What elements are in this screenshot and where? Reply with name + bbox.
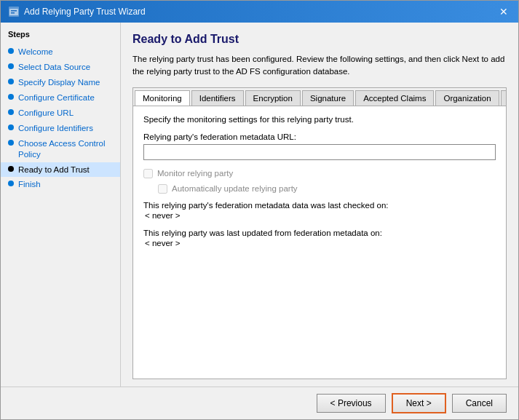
step-dot-configure-url bbox=[8, 109, 14, 115]
step-dot-select-data-source bbox=[8, 63, 14, 69]
auto-update-checkbox-label: Automatically update relying party bbox=[172, 184, 298, 193]
tab-identifiers[interactable]: Identifiers bbox=[191, 90, 244, 106]
sidebar-item-configure-identifiers[interactable]: Configure Identifiers bbox=[1, 121, 120, 136]
sidebar: Steps Welcome Select Data Source Specify… bbox=[1, 23, 121, 387]
step-dot-configure-certificate bbox=[8, 94, 14, 100]
svg-rect-1 bbox=[9, 9, 18, 15]
wizard-window: Add Relying Party Trust Wizard ✕ Steps W… bbox=[0, 0, 519, 420]
last-updated-section: This relying party was last updated from… bbox=[143, 229, 496, 247]
main-content: Steps Welcome Select Data Source Specify… bbox=[1, 23, 518, 387]
step-dot-finish bbox=[8, 181, 14, 186]
sidebar-title: Steps bbox=[1, 30, 120, 44]
tab-content-monitoring: Specify the monitoring settings for this… bbox=[133, 106, 506, 379]
sidebar-label-specify-display-name: Specify Display Name bbox=[18, 77, 100, 88]
auto-update-checkbox-row: Automatically update relying party bbox=[158, 184, 496, 194]
page-title: Ready to Add Trust bbox=[132, 33, 507, 46]
sidebar-item-configure-certificate[interactable]: Configure Certificate bbox=[1, 90, 120, 106]
step-dot-choose-access-control bbox=[8, 140, 14, 146]
federation-metadata-url-input[interactable] bbox=[143, 144, 496, 160]
footer: < Previous Next > Cancel bbox=[1, 387, 518, 419]
tab-bar: Monitoring Identifiers Encryption Signat… bbox=[133, 88, 506, 106]
sidebar-item-choose-access-control[interactable]: Choose Access Control Policy bbox=[1, 136, 120, 162]
last-updated-label: This relying party was last updated from… bbox=[143, 229, 496, 237]
sidebar-label-ready-to-add: Ready to Add Trust bbox=[18, 165, 90, 175]
tab-signature[interactable]: Signature bbox=[302, 90, 354, 106]
sidebar-label-choose-access-control: Choose Access Control Policy bbox=[18, 138, 113, 160]
sidebar-item-select-data-source[interactable]: Select Data Source bbox=[1, 60, 120, 75]
last-updated-value: < never > bbox=[145, 239, 496, 247]
auto-update-checkbox[interactable] bbox=[158, 184, 167, 194]
monitor-checkbox-row: Monitor relying party bbox=[143, 169, 496, 178]
sidebar-item-configure-url[interactable]: Configure URL bbox=[1, 106, 120, 121]
monitor-checkbox-label: Monitor relying party bbox=[157, 169, 233, 178]
title-bar: Add Relying Party Trust Wizard ✕ bbox=[1, 1, 518, 23]
close-button[interactable]: ✕ bbox=[496, 4, 511, 19]
step-dot-specify-display-name bbox=[8, 79, 14, 84]
tab-organization[interactable]: Organization bbox=[435, 90, 499, 106]
svg-rect-2 bbox=[11, 10, 17, 12]
tab-encryption[interactable]: Encryption bbox=[245, 90, 301, 106]
tab-container: Monitoring Identifiers Encryption Signat… bbox=[132, 87, 507, 380]
sidebar-label-configure-url: Configure URL bbox=[18, 108, 74, 119]
title-bar-left: Add Relying Party Trust Wizard bbox=[8, 6, 146, 17]
last-checked-value: < never > bbox=[145, 211, 496, 220]
tab-accepted-claims[interactable]: Accepted Claims bbox=[355, 90, 434, 106]
cancel-button[interactable]: Cancel bbox=[452, 394, 507, 413]
sidebar-item-specify-display-name[interactable]: Specify Display Name bbox=[1, 75, 120, 90]
tab-endpoints[interactable]: Endpoints bbox=[501, 90, 506, 106]
intro-text: The relying party trust has been configu… bbox=[132, 53, 507, 79]
tab-monitoring[interactable]: Monitoring bbox=[135, 90, 190, 106]
sidebar-label-welcome: Welcome bbox=[18, 47, 53, 58]
wizard-icon bbox=[8, 6, 20, 17]
main-panel: Ready to Add Trust The relying party tru… bbox=[121, 23, 518, 387]
sidebar-item-welcome[interactable]: Welcome bbox=[1, 44, 120, 60]
last-checked-section: This relying party's federation metadata… bbox=[143, 201, 496, 220]
step-dot-ready-to-add bbox=[8, 166, 14, 172]
sidebar-label-select-data-source: Select Data Source bbox=[18, 62, 90, 73]
monitoring-description: Specify the monitoring settings for this… bbox=[143, 115, 496, 124]
url-field-label: Relying party's federation metadata URL: bbox=[143, 132, 496, 141]
svg-rect-3 bbox=[11, 12, 15, 14]
next-button[interactable]: Next > bbox=[392, 393, 446, 413]
sidebar-item-finish[interactable]: Finish bbox=[1, 177, 120, 192]
sidebar-item-ready-to-add: Ready to Add Trust bbox=[1, 162, 120, 178]
sidebar-label-configure-certificate: Configure Certificate bbox=[18, 92, 95, 103]
sidebar-label-configure-identifiers: Configure Identifiers bbox=[18, 123, 93, 134]
window-title: Add Relying Party Trust Wizard bbox=[24, 7, 146, 17]
monitor-relying-party-checkbox[interactable] bbox=[143, 169, 153, 178]
step-dot-welcome bbox=[8, 48, 14, 54]
last-checked-label: This relying party's federation metadata… bbox=[143, 201, 496, 210]
sidebar-label-finish: Finish bbox=[18, 179, 41, 190]
step-dot-configure-identifiers bbox=[8, 124, 14, 130]
previous-button[interactable]: < Previous bbox=[317, 394, 386, 413]
